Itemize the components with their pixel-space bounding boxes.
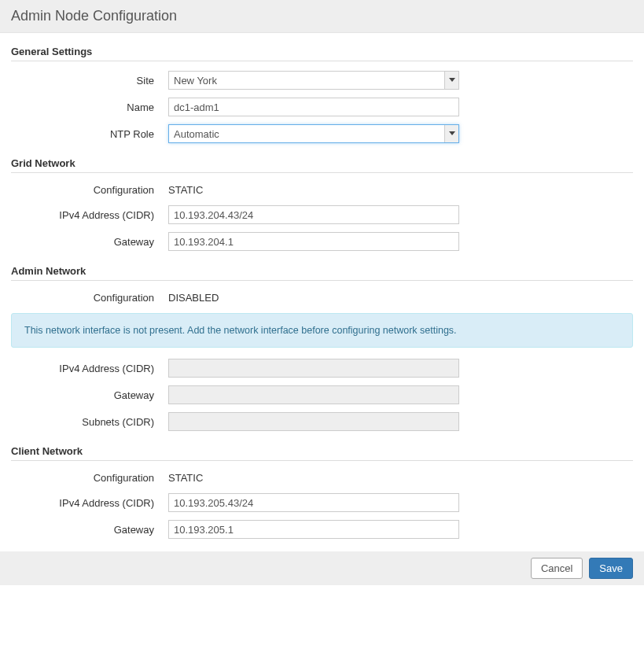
row-client-ipv4: IPv4 Address (CIDR) (11, 493, 633, 512)
section-client-title: Client Network (11, 445, 633, 461)
label-ntp: NTP Role (11, 128, 168, 140)
grid-gateway-input[interactable] (168, 232, 459, 251)
section-admin-title: Admin Network (11, 265, 633, 281)
row-grid-gateway: Gateway (11, 232, 633, 251)
svg-marker-0 (449, 78, 455, 82)
site-select-value: New York (169, 72, 444, 89)
admin-config-value: DISABLED (168, 290, 459, 305)
name-input[interactable] (168, 98, 459, 116)
ntp-select[interactable]: Automatic (168, 124, 459, 143)
section-general-title: General Settings (11, 46, 633, 61)
client-config-value: STATIC (168, 470, 459, 485)
admin-gateway-input (168, 385, 459, 404)
admin-network-alert: This network interface is not present. A… (11, 313, 633, 348)
label-grid-config: Configuration (11, 184, 168, 196)
label-admin-subnets: Subnets (CIDR) (11, 416, 168, 428)
site-select[interactable]: New York (168, 71, 459, 90)
label-admin-config: Configuration (11, 292, 168, 304)
row-site: Site New York (11, 71, 633, 90)
cancel-button[interactable]: Cancel (531, 558, 583, 579)
admin-ipv4-input (168, 359, 459, 378)
label-client-config: Configuration (11, 472, 168, 484)
label-admin-gateway: Gateway (11, 389, 168, 401)
label-client-gateway: Gateway (11, 524, 168, 536)
label-client-ipv4: IPv4 Address (CIDR) (11, 497, 168, 509)
save-button[interactable]: Save (589, 558, 633, 579)
client-gateway-input[interactable] (168, 520, 459, 539)
admin-subnets-input (168, 412, 459, 431)
row-admin-config: Configuration DISABLED (11, 290, 633, 305)
row-grid-ipv4: IPv4 Address (CIDR) (11, 205, 633, 224)
grid-config-value: STATIC (168, 182, 459, 197)
row-admin-ipv4: IPv4 Address (CIDR) (11, 359, 633, 378)
label-grid-gateway: Gateway (11, 236, 168, 248)
row-client-gateway: Gateway (11, 520, 633, 539)
section-grid-title: Grid Network (11, 157, 633, 173)
label-site: Site (11, 75, 168, 87)
form-content: General Settings Site New York Name NTP … (0, 33, 644, 539)
client-ipv4-input[interactable] (168, 493, 459, 512)
row-name: Name (11, 98, 633, 116)
page-title: Admin Node Configuration (11, 8, 633, 24)
label-grid-ipv4: IPv4 Address (CIDR) (11, 209, 168, 221)
row-client-config: Configuration STATIC (11, 470, 633, 485)
page-header: Admin Node Configuration (0, 0, 644, 33)
svg-marker-1 (449, 131, 455, 135)
row-grid-config: Configuration STATIC (11, 182, 633, 197)
chevron-down-icon (444, 125, 458, 142)
row-admin-subnets: Subnets (CIDR) (11, 412, 633, 431)
footer-bar: Cancel Save (0, 551, 644, 585)
label-name: Name (11, 101, 168, 113)
row-ntp: NTP Role Automatic (11, 124, 633, 143)
label-admin-ipv4: IPv4 Address (CIDR) (11, 363, 168, 374)
chevron-down-icon (444, 72, 458, 89)
grid-ipv4-input[interactable] (168, 205, 459, 224)
row-admin-gateway: Gateway (11, 385, 633, 404)
ntp-select-value: Automatic (169, 125, 444, 142)
